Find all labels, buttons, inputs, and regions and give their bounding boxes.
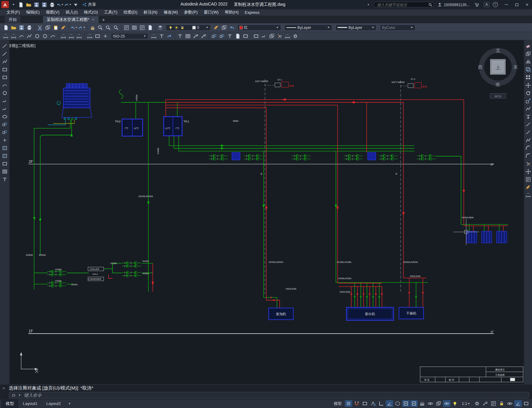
match-properties-button[interactable] <box>60 24 67 31</box>
ellipse-button[interactable] <box>1 113 8 120</box>
text-style-button[interactable] <box>176 33 184 39</box>
graphics-performance-button[interactable] <box>514 400 522 407</box>
heat-exchanger-1[interactable] <box>232 153 240 160</box>
chevron-down-icon[interactable] <box>18 394 21 397</box>
menu-view[interactable]: 视图(V) <box>43 10 62 15</box>
clean-screen-button[interactable] <box>522 400 530 407</box>
circle-button[interactable] <box>1 89 8 97</box>
revision-cloud-button[interactable] <box>260 33 268 39</box>
dimension-break-button[interactable] <box>86 33 93 39</box>
polygon-button[interactable] <box>1 66 8 73</box>
menu-edit[interactable]: 编辑(E) <box>23 10 43 15</box>
lineweight-display-button[interactable] <box>418 400 426 407</box>
align-button[interactable] <box>524 168 532 175</box>
model-space-toggle[interactable]: 模型 <box>332 400 344 407</box>
expansion-tank-et2[interactable] <box>401 82 427 88</box>
make-block-button[interactable] <box>211 33 218 39</box>
polyline-button[interactable] <box>1 58 8 65</box>
color-combo[interactable]: 红 <box>237 24 281 30</box>
rotate-button[interactable] <box>524 89 532 97</box>
construction-line-button[interactable] <box>1 50 8 57</box>
help-button[interactable]: ? <box>493 2 498 7</box>
offset-button[interactable] <box>524 66 532 73</box>
make-object-layer-current-button[interactable] <box>212 24 220 31</box>
dim-aligned-button[interactable] <box>10 33 17 39</box>
raster-image-button[interactable] <box>242 33 249 39</box>
tank-tk1[interactable] <box>164 117 182 136</box>
transparency-display-button[interactable] <box>427 400 434 407</box>
dimension-edit-button[interactable] <box>150 33 157 39</box>
layer-combo[interactable]: 0 <box>166 24 211 30</box>
dim-ordinate-button[interactable] <box>26 33 33 39</box>
dimstyle-combo[interactable]: ISO-25 <box>111 33 148 39</box>
region-button[interactable] <box>1 160 8 167</box>
annotation-visibility-button[interactable] <box>443 400 450 407</box>
array-button[interactable] <box>524 74 532 81</box>
dim-angular-button[interactable] <box>49 33 57 39</box>
redo-button[interactable] <box>64 1 72 8</box>
lock-ui-button[interactable] <box>498 400 505 407</box>
ungroup-button[interactable] <box>276 33 283 39</box>
baseline-dimension-button[interactable] <box>68 33 75 39</box>
join-button[interactable] <box>524 137 532 144</box>
layer-match-button[interactable] <box>220 24 228 31</box>
isolate-objects-button[interactable] <box>506 400 514 407</box>
title-block[interactable] <box>420 367 523 382</box>
multiline-text-button[interactable] <box>1 176 8 183</box>
drawing-canvas[interactable]: 2F2F1F1FTK2TK17℃12℃12℃7℃#65A#400A#400A#2… <box>10 40 532 384</box>
dynamic-input-button[interactable] <box>369 400 377 407</box>
open-button[interactable] <box>10 24 17 31</box>
multileader-button[interactable] <box>192 33 199 39</box>
isometric-drafting-button[interactable] <box>394 400 401 407</box>
layout-tab-model[interactable]: 模型 <box>1 399 18 408</box>
menu-tools[interactable]: 工具(T) <box>101 10 120 15</box>
options-button[interactable] <box>292 33 299 39</box>
object-snap-tracking-button[interactable] <box>402 400 409 407</box>
annotation-scale[interactable]: 1:1 <box>459 400 473 407</box>
sheet-set-manager-button[interactable] <box>146 24 154 31</box>
erase-button[interactable] <box>524 42 532 50</box>
search-collapse-icon[interactable] <box>367 3 370 6</box>
plotstyle-combo[interactable]: ByColor <box>380 24 415 30</box>
layer-previous-button[interactable] <box>228 24 235 31</box>
arc-button[interactable] <box>1 81 8 89</box>
menu-modify[interactable]: 修改(M) <box>160 10 181 15</box>
quick-properties-button[interactable] <box>490 400 497 407</box>
close-button[interactable] <box>522 0 532 9</box>
zoom-window-button[interactable] <box>104 24 112 31</box>
object-snap-button[interactable] <box>410 400 418 407</box>
wipeout-button[interactable] <box>252 33 260 39</box>
tab-drawing[interactable]: 某制程冰水空调工程图* <box>43 16 99 23</box>
autodesk-account-badge[interactable]: A <box>484 2 490 7</box>
infer-constraints-button[interactable] <box>361 400 368 407</box>
snap-mode-button[interactable] <box>353 400 360 407</box>
menu-express[interactable]: Express <box>242 10 262 15</box>
make-block-button[interactable] <box>1 129 8 136</box>
new-file-button[interactable] <box>17 1 24 8</box>
new-layout-button[interactable] <box>67 400 73 406</box>
extend-button[interactable] <box>524 121 532 128</box>
layer-on-off-button[interactable] <box>168 25 173 30</box>
break-button[interactable] <box>524 129 532 136</box>
selection-cycling-button[interactable] <box>435 400 442 407</box>
command-customize-icon[interactable] <box>12 394 15 397</box>
menu-insert[interactable]: 插入(I) <box>62 10 81 15</box>
new-file-button[interactable] <box>2 24 10 31</box>
tool-palettes-button[interactable] <box>138 24 146 31</box>
fan-coil-units[interactable] <box>467 231 507 243</box>
properties-palette-button[interactable] <box>123 24 130 31</box>
cooling-tower[interactable] <box>62 84 92 120</box>
save-button[interactable] <box>33 1 40 8</box>
group-button[interactable] <box>268 33 275 39</box>
linetype-combo[interactable]: ByLayer <box>284 24 332 30</box>
auto-annotation-scale-button[interactable] <box>451 400 459 407</box>
dim-arc-length-button[interactable] <box>18 33 25 39</box>
open-button[interactable] <box>25 1 32 8</box>
move-button[interactable] <box>524 81 532 89</box>
insert-block-button[interactable] <box>1 121 8 128</box>
measure-geometry-button[interactable] <box>524 191 532 198</box>
command-close-icon[interactable] <box>2 386 6 390</box>
plot-button[interactable] <box>49 1 56 8</box>
tolerance-button[interactable] <box>94 33 101 39</box>
menu-window[interactable]: 窗口(W) <box>201 10 222 15</box>
